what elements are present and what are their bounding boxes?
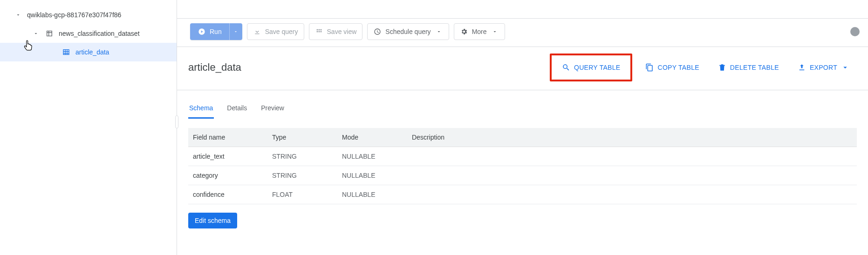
- table-label: article_data: [75, 48, 109, 56]
- cell-type: FLOAT: [267, 185, 337, 204]
- cell-field: article_text: [188, 147, 267, 166]
- download-icon: [253, 27, 261, 36]
- delete-table-button[interactable]: DELETE TABLE: [712, 59, 785, 76]
- gear-icon: [460, 27, 468, 36]
- detail-tabs: Schema Details Preview: [177, 100, 868, 119]
- schema-panel: Field name Type Mode Description article…: [177, 119, 868, 238]
- export-button[interactable]: EXPORT: [792, 59, 855, 76]
- table-header: Field name Type Mode Description: [188, 128, 857, 147]
- main-content: Run Save query Save view: [177, 0, 868, 255]
- play-icon: [198, 27, 206, 36]
- cell-mode: NULLABLE: [337, 166, 407, 185]
- project-node[interactable]: qwiklabs-gcp-881767e307f47f86: [0, 6, 177, 24]
- cell-type: STRING: [267, 166, 337, 185]
- chevron-down-icon: [435, 27, 443, 36]
- schema-table: Field name Type Mode Description article…: [188, 128, 857, 204]
- table-row: article_text STRING NULLABLE: [188, 147, 857, 166]
- run-button[interactable]: Run: [190, 23, 229, 40]
- query-table-highlight: QUERY TABLE: [550, 54, 633, 81]
- cell-field: category: [188, 166, 267, 185]
- cell-desc: [407, 147, 857, 166]
- tab-details[interactable]: Details: [226, 100, 248, 119]
- col-field: Field name: [188, 128, 267, 147]
- edit-schema-button[interactable]: Edit schema: [188, 213, 237, 228]
- project-label: qwiklabs-gcp-881767e307f47f86: [27, 11, 121, 19]
- query-table-label: QUERY TABLE: [574, 64, 621, 71]
- col-type: Type: [267, 128, 337, 147]
- copy-table-button[interactable]: COPY TABLE: [640, 59, 704, 76]
- pane-resize-handle[interactable]: [175, 115, 178, 128]
- grid-icon: [315, 27, 323, 36]
- more-label: More: [472, 28, 487, 35]
- tab-schema[interactable]: Schema: [188, 100, 214, 119]
- page-title: article_data: [188, 61, 542, 74]
- dataset-icon: [45, 30, 54, 37]
- table-header-row: article_data QUERY TABLE COPY TABLE DELE…: [177, 47, 868, 90]
- dataset-label: news_classification_dataset: [59, 30, 140, 37]
- query-toolbar: Run Save query Save view: [177, 19, 868, 47]
- run-label: Run: [210, 28, 222, 35]
- cell-desc: [407, 166, 857, 185]
- more-button[interactable]: More: [454, 23, 505, 40]
- clock-icon: [373, 27, 382, 36]
- schedule-query-label: Schedule query: [385, 28, 431, 35]
- chevron-down-icon[interactable]: [32, 29, 40, 38]
- editor-spacer: [177, 0, 868, 19]
- table-row: confidence FLOAT NULLABLE: [188, 185, 857, 204]
- table-row: category STRING NULLABLE: [188, 166, 857, 185]
- cell-desc: [407, 185, 857, 204]
- export-label: EXPORT: [810, 64, 837, 71]
- copy-table-label: COPY TABLE: [657, 64, 699, 71]
- col-mode: Mode: [337, 128, 407, 147]
- explorer-sidebar: qwiklabs-gcp-881767e307f47f86 news_class…: [0, 0, 177, 255]
- save-query-button[interactable]: Save query: [247, 23, 304, 40]
- cell-mode: NULLABLE: [337, 185, 407, 204]
- save-query-label: Save query: [265, 28, 298, 35]
- run-dropdown[interactable]: [229, 23, 242, 40]
- schedule-query-button[interactable]: Schedule query: [367, 23, 449, 40]
- cell-type: STRING: [267, 147, 337, 166]
- delete-table-label: DELETE TABLE: [730, 64, 779, 71]
- chevron-down-icon[interactable]: [14, 11, 22, 19]
- query-table-button[interactable]: QUERY TABLE: [556, 59, 626, 76]
- save-view-label: Save view: [327, 28, 357, 35]
- cell-mode: NULLABLE: [337, 147, 407, 166]
- tab-preview[interactable]: Preview: [260, 100, 285, 119]
- cell-field: confidence: [188, 185, 267, 204]
- table-icon: [62, 48, 71, 56]
- status-indicator: [850, 27, 860, 36]
- chevron-down-icon: [841, 63, 849, 72]
- save-view-button[interactable]: Save view: [309, 23, 363, 40]
- dataset-node[interactable]: news_classification_dataset: [0, 24, 177, 43]
- table-node[interactable]: article_data: [0, 43, 177, 61]
- col-desc: Description: [407, 128, 857, 147]
- chevron-down-icon: [491, 27, 499, 36]
